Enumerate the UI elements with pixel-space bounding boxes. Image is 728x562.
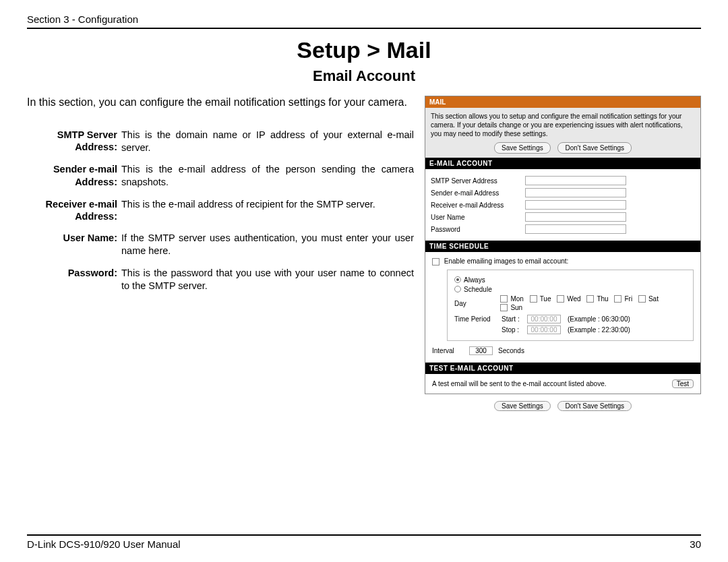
test-email-body: A test email will be sent to the e-mail … (425, 374, 700, 394)
page-title: Setup > Mail (27, 37, 701, 63)
day-sun: Sun (510, 304, 522, 311)
time-schedule-body: Enable emailing images to email account:… (425, 252, 700, 363)
tue-checkbox[interactable] (530, 295, 537, 303)
pass-label: Password (431, 225, 525, 234)
day-wed: Wed (567, 295, 580, 303)
start-example: (Example : 06:30:00) (568, 315, 630, 323)
save-button[interactable]: Save Settings (494, 142, 551, 154)
receiver-input[interactable] (525, 200, 626, 210)
user-label: User Name (431, 213, 525, 222)
def-term: Password: (27, 267, 121, 302)
enable-checkbox[interactable] (432, 258, 439, 266)
definitions-table: SMTP Server Address: This is the domain … (27, 129, 414, 302)
def-desc: If the SMTP server uses authentication, … (121, 232, 414, 267)
schedule-radio[interactable] (454, 286, 461, 292)
receiver-label: Receiver e-mail Address (431, 201, 525, 210)
dont-save-button[interactable]: Don't Save Settings (557, 142, 632, 154)
def-term: SMTP Server Address: (27, 129, 121, 164)
days-group: Mon Tue Wed Thu Fri Sat Sun (500, 295, 686, 313)
time-schedule-head: TIME SCHEDULE (425, 241, 700, 252)
interval-label: Interval (432, 347, 469, 354)
sat-checkbox[interactable] (638, 295, 646, 303)
stop-example: (Example : 22:30:00) (568, 326, 630, 334)
smtp-label: SMTP Server Address (431, 177, 525, 185)
always-label: Always (464, 276, 485, 284)
schedule-label: Schedule (464, 286, 492, 293)
day-fri: Fri (624, 295, 632, 303)
test-desc: A test email will be sent to the e-mail … (432, 380, 606, 387)
sender-input[interactable] (525, 188, 626, 197)
start-label: Start : (502, 315, 527, 323)
wed-checkbox[interactable] (557, 295, 564, 303)
seconds-label: Seconds (498, 347, 524, 354)
sender-label: Sender e-mail Address (431, 189, 525, 197)
save-button-bottom[interactable]: Save Settings (494, 401, 551, 411)
smtp-input[interactable] (525, 176, 626, 185)
mail-panel: MAIL This section allows you to setup an… (425, 96, 701, 394)
def-desc: This is the e-mail address of the person… (121, 163, 414, 198)
table-row: SMTP Server Address: This is the domain … (27, 129, 414, 164)
footer-manual: D-Link DCS-910/920 User Manual (27, 538, 181, 550)
day-sat: Sat (648, 295, 659, 303)
stop-label: Stop : (502, 326, 527, 334)
mail-desc: This section allows you to setup and con… (431, 112, 695, 138)
def-desc: This is the e-mail address of recipient … (121, 198, 414, 232)
def-desc: This is the password that you use with y… (121, 267, 414, 302)
test-email-head: TEST E-MAIL ACCOUNT (425, 363, 700, 374)
def-term: User Name: (27, 232, 121, 267)
day-tue: Tue (540, 295, 551, 303)
time-period-label: Time Period (454, 315, 502, 323)
left-column: In this section, you can configure the e… (27, 96, 414, 411)
day-label: Day (454, 300, 500, 307)
pass-input[interactable] (525, 224, 626, 234)
dont-save-button-bottom[interactable]: Don't Save Settings (557, 401, 632, 411)
footer-page: 30 (690, 538, 701, 550)
intro-text: In this section, you can configure the e… (27, 96, 414, 110)
mail-panel-head: MAIL (425, 96, 700, 108)
page-footer: D-Link DCS-910/920 User Manual 30 (27, 534, 701, 550)
email-account-head: E-MAIL ACCOUNT (425, 158, 700, 169)
sun-checkbox[interactable] (500, 304, 508, 311)
section-header: Section 3 - Configuration (27, 13, 701, 29)
def-term: Receiver e-mail Address: (27, 198, 121, 232)
mon-checkbox[interactable] (500, 295, 508, 303)
schedule-box: Always Schedule Day Mon Tue Wed Thu Fri … (447, 270, 694, 341)
always-radio[interactable] (454, 276, 461, 283)
email-account-body: SMTP Server Address Sender e-mail Addres… (425, 169, 700, 241)
interval-input[interactable] (469, 346, 493, 355)
thu-checkbox[interactable] (586, 295, 594, 303)
start-input[interactable] (527, 315, 561, 323)
user-input[interactable] (525, 212, 626, 222)
table-row: Sender e-mail Address: This is the e-mai… (27, 163, 414, 198)
def-desc: This is the domain name or IP address of… (121, 129, 414, 164)
day-thu: Thu (597, 295, 608, 303)
fri-checkbox[interactable] (614, 295, 621, 303)
enable-label: Enable emailing images to email account: (444, 257, 569, 265)
table-row: Receiver e-mail Address: This is the e-m… (27, 198, 414, 232)
day-mon: Mon (510, 295, 523, 303)
table-row: User Name: If the SMTP server uses authe… (27, 232, 414, 267)
def-term: Sender e-mail Address: (27, 163, 121, 198)
right-column: MAIL This section allows you to setup an… (425, 96, 701, 411)
stop-input[interactable] (527, 325, 561, 334)
page-subtitle: Email Account (27, 67, 701, 85)
test-button[interactable]: Test (672, 379, 694, 388)
mail-panel-body: This section allows you to setup and con… (425, 108, 700, 158)
table-row: Password: This is the password that you … (27, 267, 414, 302)
